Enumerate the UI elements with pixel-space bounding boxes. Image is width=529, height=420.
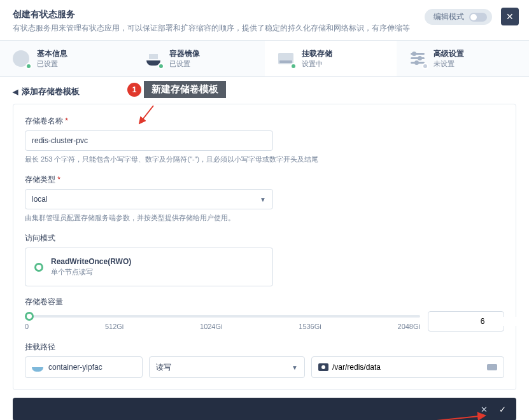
access-title: ReadWriteOnce(RWO) [51,257,131,266]
step-title: 挂载存储 [302,48,332,59]
rw-mode-select[interactable]: 读写 ▼ [149,356,305,378]
step-status: 已设置 [37,59,67,69]
info-icon [11,49,31,68]
confirm-icon-button[interactable]: ✓ [499,405,506,414]
ship-icon [144,49,163,68]
storage-type-select[interactable]: local ▼ [25,189,273,209]
access-sub: 单个节点读写 [51,267,131,277]
close-button[interactable]: ✕ [501,8,519,25]
keyboard-icon [487,364,497,370]
field-label-access: 访问模式 [25,233,504,244]
edit-mode-label: 编辑模式 [434,11,464,22]
volume-name-input[interactable] [25,130,273,151]
camera-icon [318,363,328,371]
field-label-mount: 挂载路径 [25,342,504,353]
disk-icon [276,49,295,68]
close-icon: ✕ [506,11,514,22]
step-status: 已设置 [169,59,200,69]
step-advanced[interactable]: 高级设置 未设置 [397,41,529,76]
step-status: 未设置 [434,59,464,69]
annotation-1: 1 新建存储卷模板 [127,81,226,98]
section-header: ◀ 添加存储卷模板 1 新建存储卷模板 [0,77,529,104]
cancel-icon-button[interactable]: ✕ [481,405,488,414]
step-title: 容器镜像 [169,48,200,59]
step-status: 设置中 [302,59,332,69]
tick-label: 1024Gi [200,323,222,330]
container-name: container-yipfac [48,363,102,372]
tick-label: 1536Gi [299,323,321,330]
radio-selected-icon [34,263,43,272]
slider-thumb-icon[interactable] [25,312,34,321]
sliders-icon [408,49,427,68]
step-container-image[interactable]: 容器镜像 已设置 [132,41,265,76]
chevron-down-icon: ▼ [292,364,298,371]
edit-mode-toggle[interactable]: 编辑模式 [425,9,492,25]
slider-ticks: 0 512Gi 1024Gi 1536Gi 2048Gi [25,323,420,330]
section-title: 添加存储卷模板 [22,86,80,97]
capacity-input[interactable] [435,317,529,326]
step-mount-storage[interactable]: 挂载存储 设置中 [265,41,397,76]
tick-label: 2048Gi [398,323,420,330]
capacity-input-wrap: Gi [428,311,504,332]
confirm-bar: ✕ ✓ [13,398,516,420]
toggle-icon [469,13,487,22]
container-chip: container-yipfac [25,356,143,378]
access-mode-option[interactable]: ReadWriteOnce(RWO) 单个节点读写 [25,248,273,286]
annotation-number: 1 [127,83,141,97]
step-title: 基本信息 [37,48,67,59]
mount-path-input[interactable] [332,363,483,372]
type-hint: 由集群管理员配置存储服务端参数，并按类型提供存储给用户使用。 [25,213,504,223]
step-basic-info[interactable]: 基本信息 已设置 [0,41,132,76]
form-panel: 存储卷名称 最长 253 个字符，只能包含小写字母、数字及分隔符("-")，且必… [13,104,516,390]
select-value: local [32,195,48,204]
step-title: 高级设置 [434,48,464,59]
docker-icon [32,363,43,372]
tick-label: 512Gi [105,323,123,330]
tick-label: 0 [25,323,29,330]
mount-path-field [311,356,504,378]
field-label-capacity: 存储卷容量 [25,297,504,307]
dialog-header: 创建有状态服务 有状态服务用来管理有状态应用，可以保证部署和扩容缩容的顺序，提供… [0,0,529,40]
annotation-label: 新建存储卷模板 [144,81,226,98]
stepper: 基本信息 已设置 容器镜像 已设置 挂载存储 设置中 高级设置 未设置 [0,40,529,77]
field-label-type: 存储类型 [25,174,504,185]
rw-value: 读写 [156,362,171,373]
capacity-slider[interactable]: 0 512Gi 1024Gi 1536Gi 2048Gi [25,311,420,330]
name-hint: 最长 253 个字符，只能包含小写字母、数字及分隔符("-")，且必须以小写字母… [25,155,504,164]
field-label-name: 存储卷名称 [25,116,504,127]
chevron-down-icon: ▼ [260,196,266,203]
back-caret-icon[interactable]: ◀ [13,88,18,96]
